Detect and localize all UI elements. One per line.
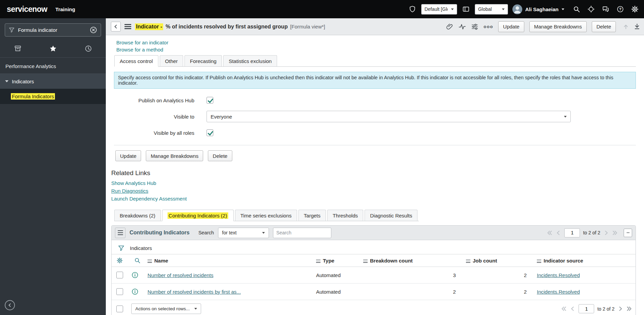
form-context-menu-icon[interactable] [124,24,131,29]
sidebar-item-formula-indicators[interactable]: Formula Indicators [0,89,106,104]
publish-checkbox[interactable] [207,97,213,104]
tab-targets[interactable]: Targets [298,210,326,221]
manage-breakdowns-button[interactable]: Manage Breakdowns [529,21,587,32]
search-field-select[interactable]: for text [218,228,269,238]
record-link[interactable]: Number of resolved incidents [148,272,213,278]
shield-icon[interactable] [408,5,417,14]
scope-value: Global [478,6,492,12]
previous-page-icon[interactable] [570,306,575,312]
sidebar-group-indicators[interactable]: Indicators [0,74,106,89]
list-breadcrumb: Indicators [112,240,636,254]
visible-to-select[interactable]: Everyone [207,111,571,122]
column-header-job-count[interactable]: Job count [464,254,535,267]
top-bar: servicenow Training Default [Glo Global … [0,0,644,18]
tab-breakdowns[interactable]: Breakdowns (2) [114,210,161,221]
manage-breakdowns-button-bottom[interactable]: Manage Breakdowns [146,150,203,161]
tab-contributing-indicators[interactable]: Contributing Indicators (2) [162,210,234,221]
funnel-icon[interactable] [118,245,125,252]
tab-diagnostic-results[interactable]: Diagnostic Results [365,210,417,221]
chat-icon[interactable] [601,5,610,14]
record-preview-info-icon[interactable] [131,288,139,295]
activity-stream-icon[interactable] [458,23,466,30]
column-menu-icon[interactable] [148,259,152,263]
last-page-icon[interactable] [612,230,618,236]
record-header: Indicator - % of incidents resolved by f… [106,18,644,35]
indicator-source-link[interactable]: Incidents.Resolved [537,272,580,278]
visible-all-roles-checkbox[interactable] [207,129,213,136]
favorites-tab[interactable] [35,45,71,52]
attachment-paperclip-icon[interactable] [446,23,453,30]
browse-for-method-link[interactable]: Browse for a method [116,47,636,52]
launch-dependency-assessment-link[interactable]: Launch Dependency Assessment [111,196,636,202]
column-header-breakdown-count[interactable]: Breakdown count [361,254,464,267]
select-all-checkbox[interactable] [116,306,123,312]
column-menu-icon[interactable] [316,259,320,263]
arrow-up-icon[interactable] [622,23,629,30]
navigator-filter-input[interactable] [18,27,86,33]
first-page-icon[interactable] [547,230,552,236]
form-section-divider [114,145,636,145]
next-page-icon[interactable] [618,306,623,312]
column-menu-icon[interactable] [537,259,541,263]
column-header-type[interactable]: Type [314,254,361,267]
more-options-icon[interactable]: ooo [484,24,493,29]
breadcrumb-label[interactable]: Indicators [130,245,152,251]
delete-button[interactable]: Delete [592,21,616,32]
list-title: Contributing Indicators [130,230,190,236]
previous-page-icon[interactable] [555,230,561,236]
sidebar-collapse-button[interactable] [5,300,15,310]
pager-row-input[interactable] [579,304,594,313]
tab-statistics-exclusion[interactable]: Statistics exclusion [223,55,277,66]
column-menu-icon[interactable] [466,259,470,263]
tab-access-control[interactable]: Access control [114,55,158,67]
arrow-down-to-line-icon[interactable] [633,23,641,30]
history-tab[interactable] [71,45,106,52]
tab-thresholds[interactable]: Thresholds [327,210,363,221]
pager-row-input[interactable] [564,228,580,237]
clear-filter-icon[interactable] [90,26,97,34]
show-analytics-hub-link[interactable]: Show Analytics Hub [111,180,636,186]
run-diagnostics-link[interactable]: Run Diagnostics [111,188,636,194]
connect-crosshair-icon[interactable] [587,5,596,14]
actions-on-selected-rows-select[interactable]: Actions on selected rows... [131,303,201,314]
row-checkbox[interactable] [116,272,123,278]
back-button[interactable] [111,22,121,31]
column-header-indicator-source[interactable]: Indicator source [535,254,636,267]
browse-for-indicator-link[interactable]: Browse for an indicator [116,40,636,45]
list-search-input[interactable] [273,228,331,238]
list-gear-icon[interactable] [116,257,123,264]
column-menu-icon[interactable] [363,259,368,263]
gear-icon[interactable] [630,5,639,14]
delete-button-bottom[interactable]: Delete [208,150,232,161]
list-pager-top: to 2 of 2 [547,228,632,237]
update-set-picker[interactable]: Default [Glo [421,4,457,15]
list-search-icon[interactable] [134,257,141,264]
instance-name: Training [55,6,75,12]
last-page-icon[interactable] [626,306,632,312]
record-link[interactable]: Number of resolved incidents by first as… [148,289,241,295]
next-page-icon[interactable] [603,230,609,236]
update-button-bottom[interactable]: Update [115,150,141,161]
list-context-menu-icon[interactable] [115,228,125,238]
search-icon[interactable] [572,5,581,14]
tab-other[interactable]: Other [160,55,183,66]
field-publish-on-analytics-hub: Publish on Analytics Hub [114,97,636,104]
list-collapse-icon[interactable] [624,229,632,237]
indicator-source-link[interactable]: Incidents.Resolved [537,289,580,295]
sidebar-toggle-icon[interactable] [462,5,470,14]
application-scope-picker[interactable]: Global [475,4,508,15]
svg-text:?: ? [619,7,622,11]
personalize-form-sliders-icon[interactable] [471,23,479,30]
first-page-icon[interactable] [561,306,567,312]
record-preview-info-icon[interactable] [131,271,139,279]
column-header-name[interactable]: Name [145,254,314,267]
help-icon[interactable]: ? [616,5,625,14]
job-count-cell: 2 [464,284,535,300]
row-checkbox[interactable] [116,288,123,295]
update-button[interactable]: Update [498,21,524,32]
user-menu[interactable]: Ali Saghaeian [512,4,564,14]
tab-time-series-exclusions[interactable]: Time series exclusions [235,210,297,221]
all-applications-tab[interactable] [0,45,35,52]
tab-forecasting[interactable]: Forecasting [184,55,222,66]
star-icon [49,45,57,52]
